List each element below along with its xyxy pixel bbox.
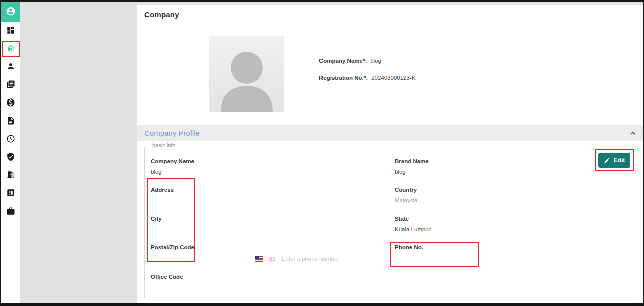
field-label: Phone No. xyxy=(395,244,423,250)
shield-check-icon xyxy=(6,152,15,163)
registration-value: 202403000123-K xyxy=(371,75,415,81)
field-label: State xyxy=(395,216,431,222)
field-value xyxy=(151,226,162,232)
field-label: Company Name xyxy=(151,158,194,164)
edit-button-label: Edit xyxy=(614,157,625,164)
sidebar-item-reports[interactable] xyxy=(1,185,20,203)
sidebar-item-payments[interactable] xyxy=(1,94,20,113)
page-header: Company xyxy=(137,5,643,24)
field-label: Address xyxy=(151,187,174,193)
registration-label: Registration No.*: xyxy=(319,75,368,81)
edit-button[interactable]: Edit xyxy=(598,153,630,168)
company-card: Company Company Name*: blog Registration… xyxy=(137,5,643,303)
sidebar-item-user[interactable] xyxy=(1,58,20,76)
field-state: State Kuala Lumpur xyxy=(395,216,431,232)
field-value xyxy=(151,255,194,261)
sidebar-item-company[interactable] xyxy=(1,40,20,58)
sidebar xyxy=(1,2,20,303)
main-area: Company Company Name*: blog Registration… xyxy=(137,2,643,303)
malaysia-flag-icon[interactable] xyxy=(255,256,263,262)
field-company-name: Company Name blog xyxy=(151,158,194,175)
phone-input-row: +60 xyxy=(255,256,357,262)
document-icon xyxy=(6,116,15,127)
avatar-silhouette-icon xyxy=(209,36,284,112)
sidebar-item-rooms[interactable] xyxy=(1,167,20,185)
company-summary: Company Name*: blog Registration No.*: 2… xyxy=(319,58,415,92)
field-phone-label: Phone No. xyxy=(395,244,423,250)
field-country: Country Malaysia xyxy=(395,187,417,203)
company-logo-placeholder xyxy=(209,36,284,112)
sidebar-item-history[interactable] xyxy=(1,131,20,149)
field-label: Postal/Zip Code xyxy=(151,244,194,250)
field-office-code: Office Code xyxy=(151,274,183,290)
field-brand-name: Brand Name blog xyxy=(395,158,429,175)
person-icon xyxy=(6,62,15,73)
clock-icon xyxy=(6,134,15,145)
dial-code[interactable]: +60 xyxy=(266,256,276,262)
file-lines-icon xyxy=(6,188,15,199)
bag-icon xyxy=(6,207,15,218)
chevron-up-icon[interactable] xyxy=(629,129,637,137)
dashboard-icon xyxy=(6,26,15,37)
field-value: blog xyxy=(395,169,429,175)
basic-info-fieldset: basic info Company Name blog Address Cit… xyxy=(144,146,638,299)
phone-number-input[interactable] xyxy=(282,256,357,262)
app-window: Company Company Name*: blog Registration… xyxy=(0,0,644,306)
field-city: City xyxy=(151,216,162,232)
field-postal-zip-code: Postal/Zip Code xyxy=(151,244,194,261)
company-profile-section-header[interactable]: Company Profile xyxy=(137,125,643,141)
sidebar-item-account[interactable] xyxy=(1,2,20,22)
basic-info-legend: basic info xyxy=(150,142,177,148)
company-name-value: blog xyxy=(370,58,381,64)
field-value: Kuala Lumpur xyxy=(395,226,431,232)
field-value: Malaysia xyxy=(395,197,417,203)
page-title: Company xyxy=(144,10,179,19)
field-label: Office Code xyxy=(151,274,183,280)
section-title: Company Profile xyxy=(144,129,200,137)
home-icon xyxy=(6,44,15,55)
company-name-label: Company Name*: xyxy=(319,58,367,64)
field-label: Country xyxy=(395,187,417,193)
sidebar-item-marketplace[interactable] xyxy=(1,203,20,221)
field-value xyxy=(151,284,183,290)
field-value xyxy=(151,197,174,203)
field-label: Brand Name xyxy=(395,158,429,164)
field-address: Address xyxy=(151,187,174,203)
field-label: City xyxy=(151,216,162,222)
sidebar-item-dashboard[interactable] xyxy=(1,22,20,40)
pencil-icon xyxy=(604,157,610,164)
sidebar-item-verification[interactable] xyxy=(1,149,20,167)
sidebar-item-files[interactable] xyxy=(1,113,20,131)
library-books-icon xyxy=(6,80,15,91)
company-name-row: Company Name*: blog xyxy=(319,58,415,64)
field-value: blog xyxy=(151,169,194,175)
account-circle-icon xyxy=(6,6,16,18)
door-icon xyxy=(6,170,15,181)
registration-row: Registration No.*: 202403000123-K xyxy=(319,75,415,81)
sidebar-item-documents[interactable] xyxy=(1,76,20,94)
dollar-circle-icon xyxy=(6,98,15,109)
content-gutter xyxy=(20,2,137,303)
